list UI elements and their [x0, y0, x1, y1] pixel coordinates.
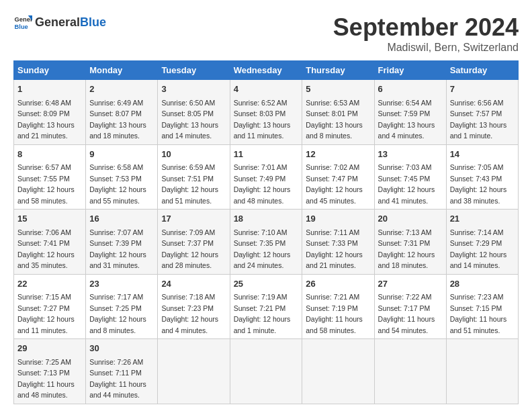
table-cell: 27Sunrise: 7:22 AMSunset: 7:17 PMDayligh…: [374, 274, 446, 339]
day-number: 2: [89, 83, 154, 96]
day-number: 19: [306, 212, 370, 226]
day-number: 12: [306, 148, 370, 161]
table-cell: [230, 339, 302, 404]
day-number: 28: [450, 277, 515, 291]
table-cell: 29Sunrise: 7:25 AMSunset: 7:13 PMDayligh…: [14, 339, 86, 404]
table-cell: 30Sunrise: 7:26 AMSunset: 7:11 PMDayligh…: [86, 339, 158, 404]
day-number: 16: [89, 212, 154, 226]
table-cell: 1Sunrise: 6:48 AMSunset: 8:09 PMDaylight…: [14, 80, 86, 145]
table-cell: [374, 339, 446, 404]
day-number: 21: [450, 212, 515, 226]
table-cell: 26Sunrise: 7:21 AMSunset: 7:19 PMDayligh…: [302, 274, 374, 339]
table-cell: 28Sunrise: 7:23 AMSunset: 7:15 PMDayligh…: [446, 274, 518, 339]
day-info: Sunrise: 6:56 AMSunset: 7:57 PMDaylight:…: [450, 99, 507, 140]
week-row-5: 29Sunrise: 7:25 AMSunset: 7:13 PMDayligh…: [14, 339, 519, 404]
logo-text: GeneralBlue: [35, 16, 106, 30]
day-number: 8: [17, 148, 82, 161]
header-row: Sunday Monday Tuesday Wednesday Thursday…: [14, 61, 519, 80]
day-number: 26: [306, 277, 370, 291]
day-info: Sunrise: 7:14 AMSunset: 7:29 PMDaylight:…: [450, 228, 507, 270]
table-cell: 11Sunrise: 7:01 AMSunset: 7:49 PMDayligh…: [230, 144, 302, 210]
table-cell: [158, 339, 230, 404]
day-number: 30: [89, 342, 154, 355]
day-number: 20: [378, 212, 443, 226]
table-cell: 18Sunrise: 7:10 AMSunset: 7:35 PMDayligh…: [230, 210, 302, 275]
month-title: September 2024: [333, 13, 519, 42]
table-cell: 7Sunrise: 6:56 AMSunset: 7:57 PMDaylight…: [446, 80, 518, 145]
logo: General Blue GeneralBlue: [13, 13, 106, 32]
day-info: Sunrise: 6:53 AMSunset: 8:01 PMDaylight:…: [306, 99, 363, 140]
day-number: 29: [17, 342, 82, 355]
week-row-2: 8Sunrise: 6:57 AMSunset: 7:55 PMDaylight…: [14, 144, 519, 210]
day-number: 25: [234, 277, 299, 291]
table-cell: 14Sunrise: 7:05 AMSunset: 7:43 PMDayligh…: [446, 144, 518, 210]
day-info: Sunrise: 7:26 AMSunset: 7:11 PMDaylight:…: [89, 358, 146, 400]
day-info: Sunrise: 6:48 AMSunset: 8:09 PMDaylight:…: [17, 99, 75, 140]
day-number: 5: [306, 83, 370, 96]
day-info: Sunrise: 6:59 AMSunset: 7:51 PMDaylight:…: [161, 163, 218, 205]
day-info: Sunrise: 6:58 AMSunset: 7:53 PMDaylight:…: [89, 163, 146, 205]
day-info: Sunrise: 7:03 AMSunset: 7:45 PMDaylight:…: [378, 163, 435, 205]
day-info: Sunrise: 7:11 AMSunset: 7:33 PMDaylight:…: [306, 228, 363, 270]
table-cell: 17Sunrise: 7:09 AMSunset: 7:37 PMDayligh…: [158, 210, 230, 275]
day-info: Sunrise: 7:19 AMSunset: 7:21 PMDaylight:…: [234, 293, 291, 334]
day-info: Sunrise: 7:09 AMSunset: 7:37 PMDaylight:…: [161, 228, 218, 270]
day-info: Sunrise: 7:18 AMSunset: 7:23 PMDaylight:…: [161, 293, 218, 334]
col-monday: Monday: [86, 61, 158, 80]
day-info: Sunrise: 6:49 AMSunset: 8:07 PMDaylight:…: [89, 99, 146, 140]
table-cell: 13Sunrise: 7:03 AMSunset: 7:45 PMDayligh…: [374, 144, 446, 210]
col-tuesday: Tuesday: [158, 61, 230, 80]
week-row-1: 1Sunrise: 6:48 AMSunset: 8:09 PMDaylight…: [14, 80, 519, 145]
day-number: 9: [89, 148, 154, 161]
table-cell: 16Sunrise: 7:07 AMSunset: 7:39 PMDayligh…: [86, 210, 158, 275]
table-cell: 3Sunrise: 6:50 AMSunset: 8:05 PMDaylight…: [158, 80, 230, 145]
location: Madiswil, Bern, Switzerland: [333, 42, 519, 54]
day-number: 17: [161, 212, 226, 226]
day-info: Sunrise: 6:50 AMSunset: 8:05 PMDaylight:…: [161, 99, 218, 140]
day-info: Sunrise: 7:25 AMSunset: 7:13 PMDaylight:…: [17, 358, 75, 400]
day-number: 23: [89, 277, 154, 291]
day-info: Sunrise: 7:15 AMSunset: 7:27 PMDaylight:…: [17, 293, 75, 334]
svg-text:General: General: [15, 16, 32, 23]
day-info: Sunrise: 6:54 AMSunset: 7:59 PMDaylight:…: [378, 99, 435, 140]
col-wednesday: Wednesday: [230, 61, 302, 80]
table-cell: 19Sunrise: 7:11 AMSunset: 7:33 PMDayligh…: [302, 210, 374, 275]
day-info: Sunrise: 7:06 AMSunset: 7:41 PMDaylight:…: [17, 228, 75, 270]
day-number: 22: [17, 277, 82, 291]
col-sunday: Sunday: [14, 61, 86, 80]
week-row-3: 15Sunrise: 7:06 AMSunset: 7:41 PMDayligh…: [14, 210, 519, 275]
table-cell: 25Sunrise: 7:19 AMSunset: 7:21 PMDayligh…: [230, 274, 302, 339]
col-thursday: Thursday: [302, 61, 374, 80]
day-info: Sunrise: 6:52 AMSunset: 8:03 PMDaylight:…: [234, 99, 291, 140]
table-cell: 24Sunrise: 7:18 AMSunset: 7:23 PMDayligh…: [158, 274, 230, 339]
day-info: Sunrise: 7:13 AMSunset: 7:31 PMDaylight:…: [378, 228, 435, 270]
table-cell: 15Sunrise: 7:06 AMSunset: 7:41 PMDayligh…: [14, 210, 86, 275]
col-saturday: Saturday: [446, 61, 518, 80]
table-cell: [302, 339, 374, 404]
col-friday: Friday: [374, 61, 446, 80]
calendar-table: Sunday Monday Tuesday Wednesday Thursday…: [13, 60, 519, 404]
svg-text:Blue: Blue: [15, 24, 28, 30]
day-info: Sunrise: 6:57 AMSunset: 7:55 PMDaylight:…: [17, 163, 75, 205]
table-cell: [446, 339, 518, 404]
day-info: Sunrise: 7:21 AMSunset: 7:19 PMDaylight:…: [306, 293, 363, 334]
table-cell: 4Sunrise: 6:52 AMSunset: 8:03 PMDaylight…: [230, 80, 302, 145]
table-cell: 2Sunrise: 6:49 AMSunset: 8:07 PMDaylight…: [86, 80, 158, 145]
table-cell: 8Sunrise: 6:57 AMSunset: 7:55 PMDaylight…: [14, 144, 86, 210]
day-info: Sunrise: 7:22 AMSunset: 7:17 PMDaylight:…: [378, 293, 435, 334]
day-number: 15: [17, 212, 82, 226]
title-block: September 2024 Madiswil, Bern, Switzerla…: [333, 13, 519, 54]
day-number: 13: [378, 148, 443, 161]
table-cell: 20Sunrise: 7:13 AMSunset: 7:31 PMDayligh…: [374, 210, 446, 275]
day-number: 10: [161, 148, 226, 161]
day-info: Sunrise: 7:02 AMSunset: 7:47 PMDaylight:…: [306, 163, 363, 205]
day-info: Sunrise: 7:17 AMSunset: 7:25 PMDaylight:…: [89, 293, 146, 334]
day-number: 18: [234, 212, 299, 226]
day-number: 14: [450, 148, 515, 161]
day-number: 4: [234, 83, 299, 96]
table-cell: 22Sunrise: 7:15 AMSunset: 7:27 PMDayligh…: [14, 274, 86, 339]
day-info: Sunrise: 7:10 AMSunset: 7:35 PMDaylight:…: [234, 228, 291, 270]
table-cell: 6Sunrise: 6:54 AMSunset: 7:59 PMDaylight…: [374, 80, 446, 145]
day-info: Sunrise: 7:23 AMSunset: 7:15 PMDaylight:…: [450, 293, 507, 334]
day-number: 1: [17, 83, 82, 96]
